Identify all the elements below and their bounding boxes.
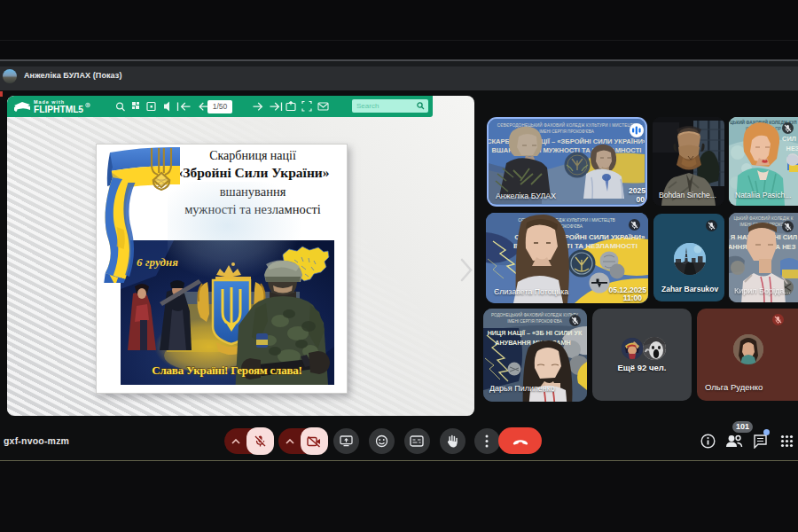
svg-text:Made with: Made with xyxy=(34,99,65,105)
svg-text:Слава Українi! Героям слава!: Слава Українi! Героям слава! xyxy=(152,364,301,377)
svg-text:ІМЕНІ СЕРГІЯ ПРОКОФ'ЄВА: ІМЕНІ СЕРГІЯ ПРОКОФ'ЄВА xyxy=(507,319,562,324)
svg-text:СТІ ТА НЕЗЛАМНОСТІ: СТІ ТА НЕЗЛАМНОСТІ xyxy=(561,242,638,250)
svg-text:НЕЗ: НЕЗ xyxy=(786,145,798,153)
svg-text:РОДОНЕЦЬКИЙ ФАХОВИЙ КОЛЕДЖ КУЛ: РОДОНЕЦЬКИЙ ФАХОВИЙ КОЛЕДЖ КУЛЬТУ xyxy=(491,311,578,317)
svg-text:НИЦЯ НАЦІЇ – «ЗБ НІ СИЛИ: НИЦЯ НАЦІЇ – «ЗБ НІ СИЛИ УК xyxy=(488,329,583,337)
svg-text:НІ СИЛ: НІ СИЛ xyxy=(774,233,797,241)
svg-text:FLIPHTML5: FLIPHTML5 xyxy=(34,105,83,114)
svg-text:R: R xyxy=(87,103,90,107)
svg-text:А НЕЗ: А НЕЗ xyxy=(776,243,796,251)
svg-text:СИЛ: СИЛ xyxy=(782,135,796,143)
svg-text:ЦЬКИЙ ФАХОВИЙ КОЛЕДЖ К: ЦЬКИЙ ФАХОВИЙ КОЛЕДЖ К xyxy=(733,215,793,221)
svg-text:РОЙНІ СИЛИ УКРАЇНИ»: РОЙНІ СИЛИ УКРАЇНИ» xyxy=(565,233,646,241)
